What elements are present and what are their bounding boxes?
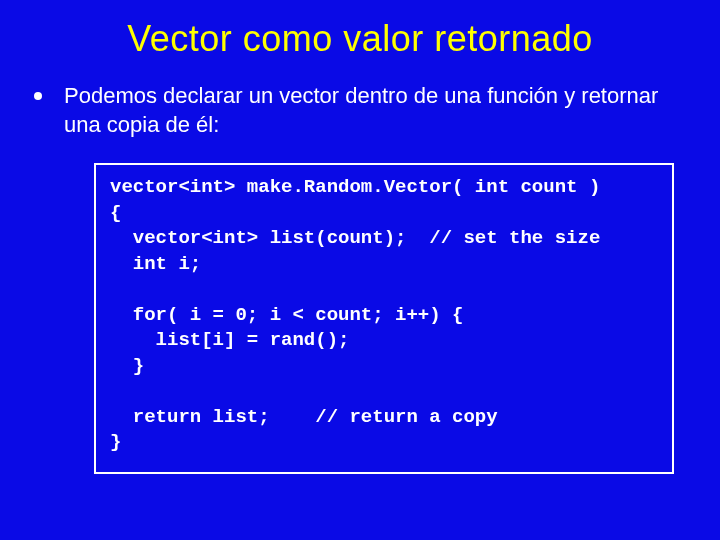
- code-block: vector<int> make.Random.Vector( int coun…: [94, 163, 674, 474]
- bullet-icon: [34, 92, 42, 100]
- bullet-text: Podemos declarar un vector dentro de una…: [64, 82, 692, 139]
- code-blank-line: [110, 380, 658, 405]
- code-line: vector<int> make.Random.Vector( int coun…: [110, 175, 658, 201]
- code-line: list[i] = rand();: [110, 328, 658, 354]
- code-line: }: [110, 430, 658, 456]
- code-line: }: [110, 354, 658, 380]
- code-line: int i;: [110, 252, 658, 278]
- code-line: {: [110, 201, 658, 227]
- slide: Vector como valor retornado Podemos decl…: [0, 0, 720, 540]
- slide-title: Vector como valor retornado: [28, 18, 692, 60]
- code-line: for( i = 0; i < count; i++) {: [110, 303, 658, 329]
- code-line: vector<int> list(count); // set the size: [110, 226, 658, 252]
- code-line: return list; // return a copy: [110, 405, 658, 431]
- code-blank-line: [110, 278, 658, 303]
- bullet-item: Podemos declarar un vector dentro de una…: [28, 82, 692, 139]
